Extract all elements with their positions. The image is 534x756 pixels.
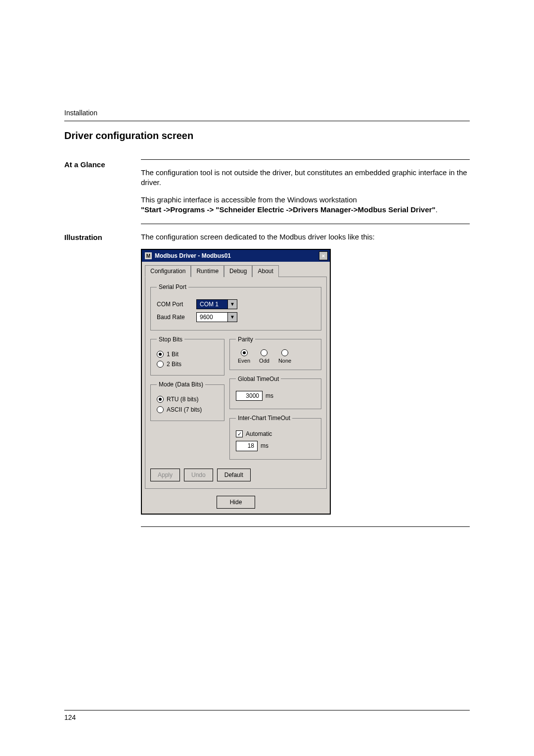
mode-rtu-option[interactable]: RTU (8 bits) xyxy=(157,395,219,403)
page-footer: 124 xyxy=(64,710,470,721)
illustration-content: The configuration screen dedicated to th… xyxy=(141,232,470,527)
app-icon: M xyxy=(145,252,152,259)
at-a-glance-content: The configuration tool is not outside th… xyxy=(141,159,470,232)
radio-icon xyxy=(281,349,288,356)
tab-panel-configuration: Serial Port COM Port COM 1 ▼ Baud Rate 9… xyxy=(145,277,327,488)
group-mode-legend: Mode (Data Bits) xyxy=(157,380,205,388)
radio-icon xyxy=(261,349,267,356)
divider xyxy=(141,526,470,527)
illustration-caption: The configuration screen dedicated to th… xyxy=(141,232,470,242)
com-port-label: COM Port xyxy=(157,300,196,308)
glance-para2: This graphic interface is accessible fro… xyxy=(141,195,470,215)
com-port-combo[interactable]: COM 1 ▼ xyxy=(196,299,237,309)
divider xyxy=(141,224,470,224)
stopbits-2bits-option[interactable]: 2 Bits xyxy=(157,360,219,368)
tab-debug[interactable]: Debug xyxy=(224,265,252,277)
radio-icon xyxy=(157,351,164,358)
glance-para2-period: . xyxy=(436,205,438,214)
group-interchart-timeout: Inter-Chart TimeOut Automatic 18 ms xyxy=(229,414,321,460)
dialog-titlebar: M Modbus Driver - Modbus01 × xyxy=(142,250,330,262)
parity-none-option[interactable]: None xyxy=(278,349,291,365)
baud-rate-value: 9600 xyxy=(196,312,228,322)
illustration-block: Illustration The configuration screen de… xyxy=(64,232,470,527)
glance-para2-bold: "Start ->Programs -> "Schneider Electric… xyxy=(141,205,436,214)
parity-odd-label: Odd xyxy=(259,357,269,365)
com-port-value: COM 1 xyxy=(196,299,228,309)
tabstrip: Configuration Runtime Debug About xyxy=(142,262,330,277)
modbus-dialog: M Modbus Driver - Modbus01 × Configurati… xyxy=(141,249,331,515)
undo-button[interactable]: Undo xyxy=(184,469,213,481)
parity-even-label: Even xyxy=(238,357,250,365)
apply-button[interactable]: Apply xyxy=(150,469,180,481)
group-stop-bits-legend: Stop Bits xyxy=(157,335,184,343)
default-button[interactable]: Default xyxy=(217,469,251,481)
group-interchart-timeout-legend: Inter-Chart TimeOut xyxy=(236,414,292,422)
chevron-down-icon[interactable]: ▼ xyxy=(228,312,237,322)
group-serial-port: Serial Port COM Port COM 1 ▼ Baud Rate 9… xyxy=(150,283,321,330)
group-serial-port-legend: Serial Port xyxy=(157,283,188,291)
glance-para1: The configuration tool is not outside th… xyxy=(141,168,470,188)
parity-even-option[interactable]: Even xyxy=(238,349,250,365)
hide-button[interactable]: Hide xyxy=(217,496,256,509)
baud-rate-label: Baud Rate xyxy=(157,313,196,321)
parity-odd-option[interactable]: Odd xyxy=(259,349,269,365)
radio-icon xyxy=(241,349,248,356)
button-row: Apply Undo Default xyxy=(150,469,321,481)
interchart-timeout-unit: ms xyxy=(261,442,268,450)
dialog-title: Modbus Driver - Modbus01 xyxy=(155,252,231,260)
parity-none-label: None xyxy=(278,357,291,365)
illustration-label: Illustration xyxy=(64,232,141,241)
stopbits-2bits-label: 2 Bits xyxy=(167,360,181,368)
page-number: 124 xyxy=(64,713,76,721)
tab-about[interactable]: About xyxy=(252,265,278,277)
group-global-timeout: Global TimeOut 3000 ms xyxy=(229,375,321,409)
mode-ascii-option[interactable]: ASCII (7 bits) xyxy=(157,406,219,414)
at-a-glance-block: At a Glance The configuration tool is no… xyxy=(64,159,470,232)
tab-configuration[interactable]: Configuration xyxy=(145,265,191,277)
tab-runtime[interactable]: Runtime xyxy=(191,265,224,277)
close-icon[interactable]: × xyxy=(319,251,328,260)
group-parity-legend: Parity xyxy=(236,335,255,343)
mode-ascii-label: ASCII (7 bits) xyxy=(167,406,202,414)
global-timeout-input[interactable]: 3000 xyxy=(236,391,263,401)
glance-para2-plain: This graphic interface is accessible fro… xyxy=(141,195,357,204)
at-a-glance-label: At a Glance xyxy=(64,159,141,169)
group-mode: Mode (Data Bits) RTU (8 bits) ASCII (7 b… xyxy=(150,380,224,421)
radio-icon xyxy=(157,406,164,413)
interchart-timeout-input[interactable]: 18 xyxy=(236,441,258,451)
group-stop-bits: Stop Bits 1 Bit 2 Bits xyxy=(150,335,224,376)
running-header: Installation xyxy=(64,109,470,121)
section-title: Driver configuration screen xyxy=(64,130,470,142)
stopbits-1bit-label: 1 Bit xyxy=(167,350,178,358)
group-global-timeout-legend: Global TimeOut xyxy=(236,375,281,383)
radio-icon xyxy=(157,361,164,368)
baud-rate-combo[interactable]: 9600 ▼ xyxy=(196,312,237,322)
divider xyxy=(141,159,470,160)
chevron-down-icon[interactable]: ▼ xyxy=(228,299,237,309)
group-parity: Parity Even Odd xyxy=(229,335,321,370)
automatic-checkbox[interactable] xyxy=(236,430,243,437)
automatic-label: Automatic xyxy=(246,430,272,438)
stopbits-1bit-option[interactable]: 1 Bit xyxy=(157,350,219,358)
radio-icon xyxy=(157,396,164,403)
mode-rtu-label: RTU (8 bits) xyxy=(167,395,198,403)
global-timeout-unit: ms xyxy=(266,392,273,400)
